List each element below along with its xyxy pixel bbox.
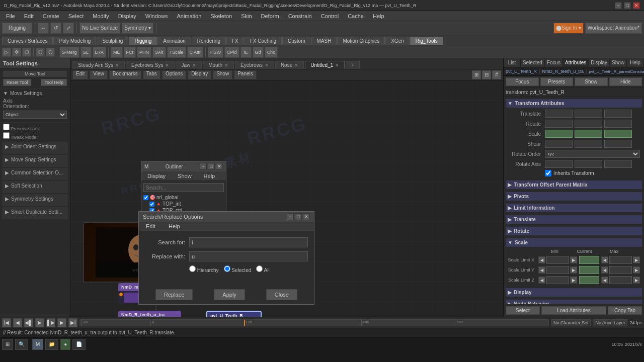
joint-orient-section[interactable]: ▶ Joint Orient Settings <box>2 142 68 154</box>
tab-custom[interactable]: Custom <box>282 37 310 45</box>
ty-input[interactable]: 0.000 <box>575 110 602 118</box>
symmetry-btn[interactable]: Symmetry ▾ <box>122 23 153 34</box>
no-character-set[interactable]: No Character Set <box>551 319 591 326</box>
tab-focus[interactable]: Focus <box>545 58 563 67</box>
axis-dropdown[interactable]: Object World Local <box>3 111 67 119</box>
sy-max-arrow[interactable]: ◀ <box>601 266 608 274</box>
tool-help-btn[interactable]: Tool Help <box>41 79 67 86</box>
symmetry-settings-section[interactable]: ▶ Symmetry Settings <box>2 194 68 206</box>
timeline-next-frame[interactable]: ▶ <box>57 318 66 327</box>
menu-help[interactable]: Help <box>369 12 388 20</box>
tz-input[interactable]: 0.000 <box>604 110 632 118</box>
tab-eyebrows-sys[interactable]: Eyebrows Sys ✕ <box>126 61 175 69</box>
poly-tool1[interactable]: ⬡ <box>36 48 45 57</box>
view-menu[interactable]: View <box>90 70 108 79</box>
menu-modify[interactable]: Modify <box>89 12 113 20</box>
scale-tool-btn[interactable]: ⤢ <box>63 23 74 34</box>
show-menu[interactable]: Show <box>213 70 232 79</box>
tab-eyebrows[interactable]: Eyebrows ✕ <box>235 61 274 69</box>
timeline-prev-key[interactable]: |◀ <box>2 318 11 327</box>
select-tool[interactable]: ▷ <box>2 48 11 57</box>
tab-show[interactable]: Show <box>610 58 627 67</box>
sy-max-arrow2[interactable]: ▶ <box>633 266 640 274</box>
sx-min-arrow[interactable]: ◀ <box>538 256 545 263</box>
outliner-item-top-int[interactable]: 🔺 TOP_int <box>143 201 224 207</box>
timeline-play-forward[interactable]: ▌▶ <box>46 318 55 327</box>
tab-sculpting[interactable]: Sculpting <box>97 37 128 45</box>
nrl-checkbox[interactable] <box>143 195 148 200</box>
sai-btn[interactable]: SAlt <box>152 47 166 58</box>
timeline-prev-frame[interactable]: ◀ <box>13 318 22 327</box>
taskbar-maya[interactable]: M <box>32 339 43 350</box>
ie-btn[interactable]: IE <box>240 47 252 58</box>
menu-deform[interactable]: Deform <box>257 12 283 20</box>
tab-mouth[interactable]: Mouth ✕ <box>203 61 234 69</box>
sx-cur-input[interactable]: 1.00 <box>579 256 599 264</box>
shx-input[interactable]: 0.000 <box>545 140 573 148</box>
rax-input[interactable]: 0.000 <box>545 160 573 168</box>
sz-min-arrow[interactable]: ◀ <box>538 277 545 284</box>
no-live-surface-btn[interactable]: No Live Surface <box>79 23 120 34</box>
minimize-button[interactable]: − <box>615 2 622 9</box>
tscale-btn[interactable]: TScale <box>167 47 186 58</box>
tab-selected[interactable]: Selected <box>521 58 545 67</box>
gd-btn[interactable]: Gd <box>253 47 264 58</box>
sz-min-input[interactable]: -100 <box>546 276 569 284</box>
selected-radio[interactable] <box>224 265 230 272</box>
sr-maximize[interactable]: □ <box>295 213 302 220</box>
close-sr-button[interactable]: Close <box>266 289 297 300</box>
menu-skeleton[interactable]: Skeleton <box>206 12 236 20</box>
move-tool-btn[interactable]: ↔ <box>38 23 49 34</box>
timeline-bar[interactable]: -20 0 120 480 760 <box>79 319 549 326</box>
layout-btn[interactable]: ⊟ <box>482 70 491 79</box>
move-tool[interactable]: ✥ <box>12 48 21 57</box>
tab-rigtools[interactable]: Rig_Tools <box>410 37 443 45</box>
shy-input[interactable]: 0.000 <box>575 140 602 148</box>
smart-duplicate-section[interactable]: ▶ Smart Duplicate Setti... <box>2 207 68 219</box>
hsw-btn[interactable]: HSW <box>208 47 223 58</box>
rotate-order-select[interactable]: xyz yzx zxy <box>545 150 640 158</box>
sr-titlebar[interactable]: Search/Replace Options − □ ✕ <box>139 212 314 222</box>
lra-btn[interactable]: LRA <box>93 47 107 58</box>
start-btn[interactable]: ⊞ <box>2 339 13 350</box>
sz-min-arrow2[interactable]: ▶ <box>570 277 577 284</box>
search-taskbar-btn[interactable]: 🔍 <box>15 339 28 350</box>
sy-min-input[interactable]: -100 <box>546 266 569 274</box>
s-merge-btn[interactable]: S-Merg <box>59 47 79 58</box>
outliner-minimize[interactable]: − <box>200 163 207 170</box>
hide-btn[interactable]: Hide <box>609 77 642 86</box>
breadcrumb-parent[interactable]: pvt_U_Teeth_R_parentConstrai... <box>589 69 644 74</box>
breadcrumb-nmd[interactable]: NmD_R_teeth_u_tra <box>542 69 584 74</box>
pivots-header[interactable]: ▶ Pivots <box>506 192 642 201</box>
tab-fxcaching[interactable]: FX Caching <box>245 37 282 45</box>
tab-xgen[interactable]: XGen <box>385 37 410 45</box>
outliner-item-nrl[interactable]: 🎯 nrl_global <box>143 194 224 201</box>
tab-add[interactable]: + <box>346 61 360 69</box>
outliner-search-input[interactable] <box>143 183 224 192</box>
soft-selection-section[interactable]: ▶ Soft Selection <box>2 181 68 193</box>
lasso-tool[interactable]: ⬡ <box>22 48 31 57</box>
all-radio[interactable] <box>256 265 263 272</box>
timeline-next-key[interactable]: ▶| <box>68 318 77 327</box>
load-attributes-btn[interactable]: Load Attributes <box>541 306 607 315</box>
preserve-uvs-checkbox[interactable] <box>3 124 10 130</box>
menu-edit[interactable]: Edit <box>20 12 38 20</box>
menu-skin[interactable]: Skin <box>237 12 256 20</box>
presets-btn[interactable]: Presets <box>540 77 574 86</box>
no-anim-layer[interactable]: No Anim Layer <box>593 319 627 326</box>
rx-input[interactable]: 0.000 <box>545 120 573 128</box>
menu-constrain[interactable]: Constrain <box>284 12 316 20</box>
tab-untitled[interactable]: Untitled_1 ✕ <box>305 61 345 69</box>
tab-motion[interactable]: Motion Graphics <box>337 37 385 45</box>
outliner-maximize[interactable]: □ <box>208 163 215 170</box>
tab-help[interactable]: Help <box>627 58 644 67</box>
sx-input[interactable]: 1.000 <box>545 130 573 138</box>
me-btn[interactable]: ME <box>111 47 123 58</box>
sr-help-menu[interactable]: Help <box>165 222 184 230</box>
menu-display[interactable]: Display <box>114 12 140 20</box>
inherits-transform-checkbox[interactable] <box>545 170 551 176</box>
tab-curves[interactable]: Curves / Surfaces <box>2 37 53 45</box>
outliner-titlebar[interactable]: M Outliner − □ ✕ <box>141 161 226 171</box>
node-behavior-header[interactable]: ▶ Node Behavior <box>506 300 642 304</box>
raz-input[interactable]: 0.000 <box>604 160 632 168</box>
